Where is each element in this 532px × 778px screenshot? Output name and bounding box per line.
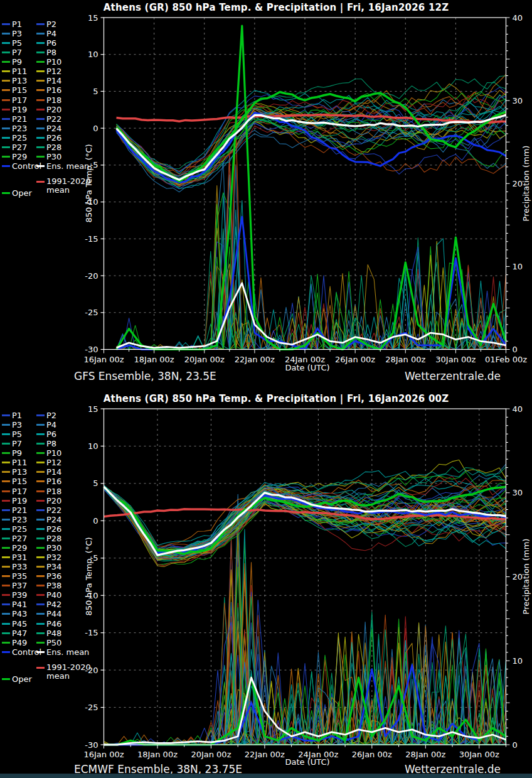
legend-color-swatch <box>2 109 10 111</box>
legend-color-swatch <box>36 480 45 482</box>
legend-color-swatch <box>2 433 10 435</box>
precip-tick-label: 10 <box>513 262 523 271</box>
legend-color-swatch <box>36 519 45 521</box>
legend-label: P17 <box>12 487 27 496</box>
legend-label: P26 <box>46 133 61 143</box>
legend-label: P9 <box>12 448 22 458</box>
legend-color-swatch <box>36 613 45 615</box>
legend-label: P3 <box>12 420 22 430</box>
legend-label: P28 <box>46 534 61 543</box>
legend-label: P25 <box>12 133 27 143</box>
legend-color-swatch <box>36 603 45 605</box>
legend-item-control: Control <box>2 647 41 657</box>
legend-item-p27: P27 <box>2 143 27 152</box>
legend-color-swatch <box>2 480 10 482</box>
temp-tick-label: 15 <box>88 13 98 23</box>
legend-color-swatch <box>36 99 45 101</box>
legend-color-swatch <box>2 613 10 615</box>
legend-color-swatch <box>36 651 45 653</box>
legend-item-p1: P1 <box>2 19 22 29</box>
legend-label: P27 <box>12 143 27 152</box>
temp-tick-label: 5 <box>93 87 98 96</box>
legend-item-p30: P30 <box>36 152 61 161</box>
legend-label: P24 <box>46 515 61 524</box>
legend-item-p24: P24 <box>36 515 61 524</box>
legend-item-p45: P45 <box>2 619 27 629</box>
legend-color-swatch <box>2 500 10 502</box>
legend-color-swatch <box>36 575 45 577</box>
legend-item-p30: P30 <box>36 543 61 553</box>
legend-item-p24: P24 <box>36 124 61 133</box>
legend-label: P21 <box>12 114 27 124</box>
legend-item-p22: P22 <box>36 114 61 124</box>
temp-tick-label: 0 <box>93 124 98 133</box>
legend-item-p42: P42 <box>36 600 61 609</box>
legend-color-swatch <box>2 594 10 596</box>
legend-color-swatch <box>2 575 10 577</box>
legend-item-p6: P6 <box>36 430 56 439</box>
legend-color-swatch <box>36 462 45 463</box>
legend-item-p18: P18 <box>36 487 61 496</box>
legend-color-swatch <box>36 452 45 454</box>
legend-color-swatch <box>36 137 45 139</box>
temp-tick-label: 10 <box>88 441 98 451</box>
legend-label: P28 <box>46 143 61 152</box>
legend-label: P30 <box>46 543 61 553</box>
legend-color-swatch <box>36 109 45 111</box>
legend-label: P15 <box>12 85 27 95</box>
legend-item-p12: P12 <box>36 458 61 467</box>
legend-color-swatch <box>36 118 45 120</box>
legend-label: P11 <box>12 67 27 76</box>
legend-item-p37: P37 <box>2 581 27 590</box>
legend-color-swatch <box>2 443 10 445</box>
legend-label: P33 <box>12 562 27 571</box>
legend-item-p16: P16 <box>36 477 61 486</box>
legend-label: P18 <box>46 95 61 105</box>
legend-label: P6 <box>46 430 56 439</box>
legend-item-p17: P17 <box>2 95 27 105</box>
legend-label: P16 <box>46 477 61 486</box>
legend-item-p41: P41 <box>2 600 27 609</box>
legend-color-swatch <box>2 632 10 634</box>
legend-item-p10: P10 <box>36 57 61 67</box>
temp-tick-label: -20 <box>85 271 98 281</box>
legend-color-swatch <box>2 519 10 521</box>
legend-item-p50: P50 <box>36 638 61 647</box>
ensemble-member-precip <box>104 597 506 745</box>
legend-color-swatch <box>36 424 45 426</box>
legend-color-swatch <box>36 642 45 644</box>
legend-color-swatch <box>36 490 45 492</box>
temp-tick-label: 0 <box>93 516 98 526</box>
legend-item-p38: P38 <box>36 581 61 590</box>
legend-color-swatch <box>2 678 10 680</box>
legend-color-swatch <box>36 585 45 586</box>
legend-label: P14 <box>46 467 61 477</box>
legend-label: P9 <box>12 57 22 67</box>
legend-label: P18 <box>46 487 61 496</box>
legend-label: P13 <box>12 467 27 477</box>
legend-item-p26: P26 <box>36 524 61 534</box>
legend-label: P24 <box>46 124 61 133</box>
legend-label: P3 <box>12 29 22 38</box>
legend-item-p16: P16 <box>36 85 61 95</box>
legend-item-ens-mean: Ens. mean <box>36 161 89 171</box>
legend-label: P20 <box>46 105 61 114</box>
legend-color-swatch <box>2 156 10 158</box>
legend-color-swatch <box>2 452 10 454</box>
legend-color-swatch <box>36 61 45 63</box>
ensemble-member-precip <box>104 622 506 745</box>
legend-item-p22: P22 <box>36 505 61 515</box>
legend-color-swatch <box>36 70 45 72</box>
legend-item-p21: P21 <box>2 114 27 124</box>
legend-item-p7: P7 <box>2 48 22 57</box>
legend-label: P22 <box>46 505 61 515</box>
ensemble-member-precip <box>104 617 506 745</box>
legend-label: P1 <box>12 411 22 420</box>
legend-label: P19 <box>12 105 27 114</box>
legend-item-p12: P12 <box>36 67 61 76</box>
legend-item-p48: P48 <box>36 629 61 638</box>
ensemble-member-precip <box>104 597 506 745</box>
legend-label: P27 <box>12 534 27 543</box>
legend-item-p8: P8 <box>36 439 56 448</box>
legend-color-swatch <box>36 80 45 82</box>
